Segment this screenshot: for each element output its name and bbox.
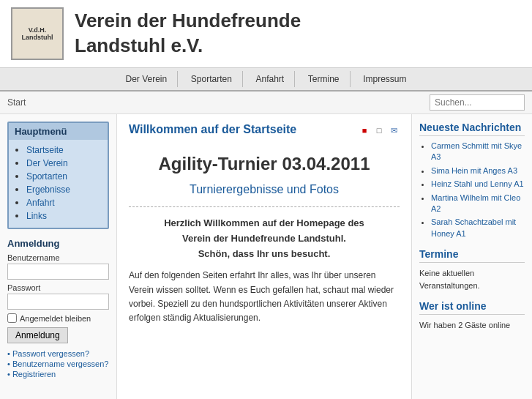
site-header: V.d.H. Landstuhl Verein der Hundefreunde… xyxy=(0,0,532,68)
termine-text: Keine aktuellen Veranstaltungen. xyxy=(419,267,525,291)
main-content: Hauptmenü Startseite Der Verein Sportart… xyxy=(0,114,532,399)
remember-label: Angemeldet bleiben xyxy=(20,314,91,323)
sidebar-right: Neueste Nachrichten Carmen Schmitt mit S… xyxy=(411,114,532,399)
password-input[interactable] xyxy=(7,294,109,310)
topbar: Start xyxy=(0,92,532,114)
list-item: Links xyxy=(26,210,102,221)
welcome-text: Herzlich Willkommen auf der Homepage des… xyxy=(129,216,400,261)
news-item-1[interactable]: Carmen Schmitt mit Skye A3 xyxy=(431,141,522,161)
site-title: Verein der Hundefreunde Landstuhl e.V. xyxy=(75,9,301,59)
online-text: Wir haben 2 Gäste online xyxy=(419,319,525,332)
main-menu-title: Hauptmenü xyxy=(9,123,108,140)
anmeldung-links: Passwort vergessen? Benutzername vergess… xyxy=(7,349,109,379)
nav-termine[interactable]: Termine xyxy=(298,71,351,87)
online-title: Wer ist online xyxy=(419,300,525,315)
nav-sportarten[interactable]: Sportarten xyxy=(181,71,243,87)
welcome-title: Willkommen auf der Startseite xyxy=(129,123,296,136)
pdf-icon[interactable]: ■ xyxy=(359,124,370,136)
list-item: Ergebnisse xyxy=(26,184,102,195)
turnier-link[interactable]: Turnierergebnisse und Fotos xyxy=(129,183,400,196)
menu-links[interactable]: Links xyxy=(26,211,47,221)
print-icon[interactable]: □ xyxy=(373,124,385,136)
body-text: Auf den folgenden Seiten erfahrt Ihr all… xyxy=(129,269,400,325)
menu-sportarten[interactable]: Sportarten xyxy=(26,171,67,182)
remember-checkbox[interactable] xyxy=(7,313,17,323)
news-item-2[interactable]: Sima Hein mit Anges A3 xyxy=(431,166,517,175)
login-button[interactable]: Anmeldung xyxy=(7,327,68,343)
username-label: Benutzername xyxy=(7,253,109,262)
menu-der-verein[interactable]: Der Verein xyxy=(26,158,68,168)
sidebar-left: Hauptmenü Startseite Der Verein Sportart… xyxy=(0,114,117,399)
breadcrumb: Start xyxy=(7,97,26,108)
username-input[interactable] xyxy=(7,264,109,280)
list-item: Startseite xyxy=(26,144,102,155)
termine-title: Termine xyxy=(419,248,525,263)
remember-row: Angemeldet bleiben xyxy=(7,313,109,323)
list-item: Sportarten xyxy=(26,171,102,182)
login-title: Anmeldung xyxy=(7,238,109,249)
news-item-3[interactable]: Heinz Stahl und Lenny A1 xyxy=(431,179,524,188)
forgot-password-link[interactable]: Passwort vergessen? xyxy=(7,349,109,358)
forgot-username-link[interactable]: Benutzername vergessen? xyxy=(7,359,109,368)
center-content: Willkommen auf der Startseite ■ □ ✉ Agil… xyxy=(117,114,411,399)
list-item: Der Verein xyxy=(26,157,102,168)
password-label: Passwort xyxy=(7,283,109,292)
nav-impressum[interactable]: Impressum xyxy=(353,71,416,87)
action-icons: ■ □ ✉ xyxy=(359,124,400,136)
nav-der-verein[interactable]: Der Verein xyxy=(116,71,179,87)
agility-title: Agility-Turnier 03.04.2011 xyxy=(129,154,400,174)
login-box: Anmeldung Benutzername Passwort Angemeld… xyxy=(7,238,109,379)
news-title: Neueste Nachrichten xyxy=(419,122,525,136)
navbar: Der Verein Sportarten Anfahrt Termine Im… xyxy=(0,68,532,92)
site-logo: V.d.H. Landstuhl xyxy=(11,7,64,60)
main-menu-box: Hauptmenü Startseite Der Verein Sportart… xyxy=(7,122,109,229)
list-item: Martina Wilhelm mit Cleo A2 xyxy=(431,193,525,215)
menu-ergebnisse[interactable]: Ergebnisse xyxy=(26,184,70,195)
list-item: Anfahrt xyxy=(26,197,102,208)
email-icon[interactable]: ✉ xyxy=(388,124,400,136)
news-item-4[interactable]: Martina Wilhelm mit Cleo A2 xyxy=(431,193,520,213)
search-input[interactable] xyxy=(430,94,525,111)
list-item: Carmen Schmitt mit Skye A3 xyxy=(431,141,525,163)
list-item: Heinz Stahl und Lenny A1 xyxy=(431,179,525,190)
nav-anfahrt[interactable]: Anfahrt xyxy=(246,71,296,87)
menu-startseite[interactable]: Startseite xyxy=(26,145,64,155)
list-item: Sarah Schachtzabel mit Honey A1 xyxy=(431,217,525,239)
list-item: Sima Hein mit Anges A3 xyxy=(431,165,525,176)
news-item-5[interactable]: Sarah Schachtzabel mit Honey A1 xyxy=(431,217,516,237)
content-divider xyxy=(129,206,400,207)
news-list: Carmen Schmitt mit Skye A3 Sima Hein mit… xyxy=(419,141,525,239)
register-link[interactable]: Registrieren xyxy=(7,370,109,379)
menu-anfahrt[interactable]: Anfahrt xyxy=(26,198,55,208)
main-menu-list: Startseite Der Verein Sportarten Ergebni… xyxy=(15,144,102,221)
